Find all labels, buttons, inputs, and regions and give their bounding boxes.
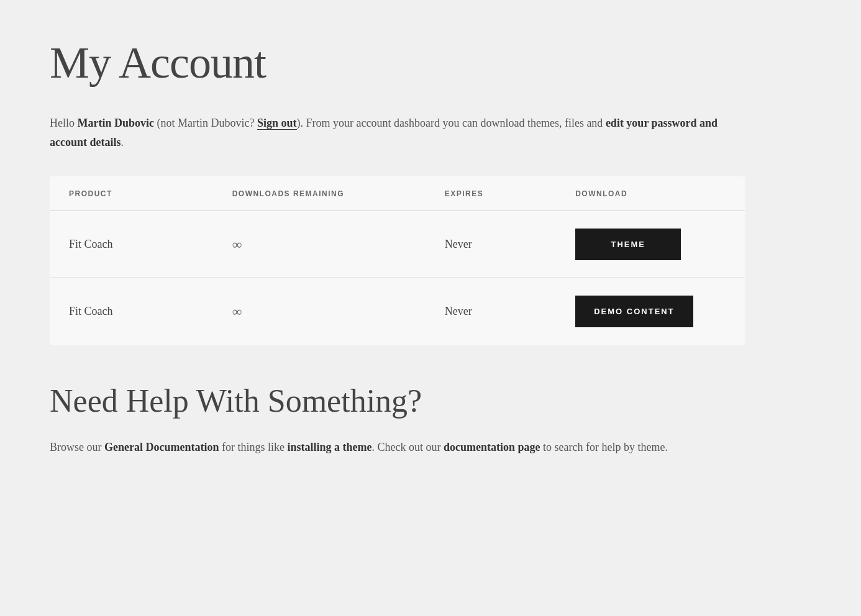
docs-page-link[interactable]: documentation page [444,441,540,453]
col-header-downloads: DOWNLOADS REMAINING [214,177,426,211]
cell-downloads: ∞ [214,211,426,278]
downloads-table: PRODUCT DOWNLOADS REMAINING EXPIRES DOWN… [50,176,745,345]
cell-download: DEMO CONTENT [557,278,745,345]
help-text: Browse our General Documentation for thi… [50,438,733,457]
help-text-after: . Check out our [372,441,444,453]
download-button-1[interactable]: DEMO CONTENT [575,296,693,327]
period: . [121,136,124,148]
user-name: Martin Dubovic [78,117,155,129]
table-header-row: PRODUCT DOWNLOADS REMAINING EXPIRES DOWN… [50,177,745,211]
cell-download: THEME [557,211,745,278]
sign-out-link[interactable]: Sign out [257,117,297,130]
infinity-symbol: ∞ [232,304,242,319]
help-title: Need Help With Something? [50,383,733,419]
not-you-suffix: ). From your account dashboard you can d… [297,117,606,129]
cell-product: Fit Coach [50,278,214,345]
col-header-product: PRODUCT [50,177,214,211]
welcome-paragraph: Hello Martin Dubovic (not Martin Dubovic… [50,114,733,152]
infinity-symbol: ∞ [232,237,242,252]
table-row: Fit Coach∞NeverDEMO CONTENT [50,278,745,345]
cell-product: Fit Coach [50,211,214,278]
help-text-prefix: Browse our [50,441,104,453]
help-section: Need Help With Something? Browse our Gen… [50,383,733,457]
not-you-prefix: (not Martin Dubovic? [154,117,257,129]
installing-theme-link[interactable]: installing a theme [287,441,371,453]
cell-expires: Never [426,278,557,345]
general-docs-link[interactable]: General Documentation [104,441,219,453]
download-button-0[interactable]: THEME [575,229,681,260]
hello-text: Hello [50,117,78,129]
page-title: My Account [50,37,811,89]
table-row: Fit Coach∞NeverTHEME [50,211,745,278]
col-header-expires: EXPIRES [426,177,557,211]
col-header-download: DOWNLOAD [557,177,745,211]
help-text-middle: for things like [219,441,287,453]
cell-downloads: ∞ [214,278,426,345]
cell-expires: Never [426,211,557,278]
help-text-suffix: to search for help by theme. [540,441,668,453]
